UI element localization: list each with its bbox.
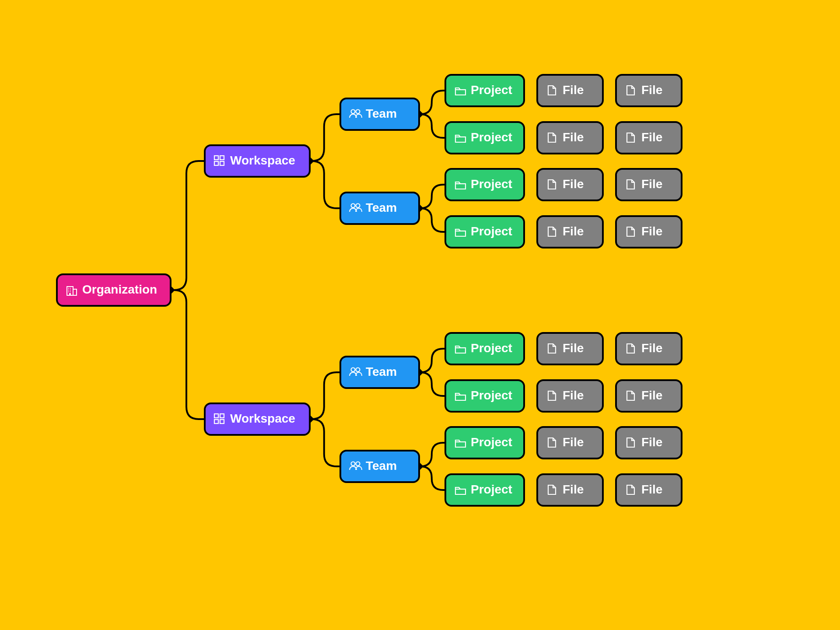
file-node: File <box>616 380 682 412</box>
project-node: Project <box>445 333 524 364</box>
project-node-label: Project <box>471 483 512 496</box>
file-node: File <box>537 169 603 200</box>
file-node-label: File <box>641 388 662 402</box>
file-node: File <box>537 380 603 412</box>
team-node-label: Team <box>366 107 397 120</box>
project-node: Project <box>445 122 524 154</box>
project-node: Project <box>445 380 524 412</box>
project-node: Project <box>445 474 524 506</box>
file-node-label: File <box>563 83 584 97</box>
file-node-label: File <box>641 483 662 496</box>
file-node-label: File <box>641 177 662 191</box>
file-node: File <box>537 333 603 364</box>
file-node: File <box>616 75 682 106</box>
organization-node: Organization <box>57 274 171 306</box>
file-node-label: File <box>563 130 584 144</box>
project-node: Project <box>445 169 524 200</box>
file-node-label: File <box>563 224 584 238</box>
project-node-label: Project <box>471 435 512 449</box>
team-node: Team <box>340 98 419 130</box>
project-node: Project <box>445 427 524 458</box>
team-node: Team <box>340 451 419 482</box>
file-node-label: File <box>641 130 662 144</box>
file-node: File <box>537 474 603 506</box>
project-node: Project <box>445 216 524 248</box>
hierarchy-diagram: OrganizationWorkspaceTeamProjectFileFile… <box>0 0 840 630</box>
file-node-label: File <box>641 435 662 449</box>
file-node: File <box>537 427 603 458</box>
file-node: File <box>537 216 603 248</box>
team-node-label: Team <box>366 459 397 472</box>
file-node: File <box>616 122 682 154</box>
file-node: File <box>616 474 682 506</box>
project-node: Project <box>445 75 524 106</box>
project-node-label: Project <box>471 341 512 355</box>
file-node: File <box>616 169 682 200</box>
workspace-node-label: Workspace <box>230 412 295 425</box>
file-node-label: File <box>641 83 662 97</box>
workspace-node: Workspace <box>205 403 310 435</box>
team-node-label: Team <box>366 365 397 378</box>
file-node-label: File <box>641 341 662 355</box>
project-node-label: Project <box>471 177 512 191</box>
file-node-label: File <box>563 483 584 496</box>
file-node: File <box>537 75 603 106</box>
file-node-label: File <box>563 435 584 449</box>
workspace-node-label: Workspace <box>230 154 295 167</box>
organization-node-label: Organization <box>82 283 157 296</box>
team-node: Team <box>340 192 419 224</box>
file-node: File <box>616 216 682 248</box>
project-node-label: Project <box>471 83 512 97</box>
file-node: File <box>537 122 603 154</box>
project-node-label: Project <box>471 130 512 144</box>
file-node-label: File <box>563 177 584 191</box>
file-node-label: File <box>563 341 584 355</box>
team-node: Team <box>340 357 419 388</box>
file-node-label: File <box>641 224 662 238</box>
file-node-label: File <box>563 388 584 402</box>
project-node-label: Project <box>471 224 512 238</box>
team-node-label: Team <box>366 201 397 214</box>
file-node: File <box>616 427 682 458</box>
project-node-label: Project <box>471 388 512 402</box>
file-node: File <box>616 333 682 364</box>
workspace-node: Workspace <box>205 145 310 177</box>
